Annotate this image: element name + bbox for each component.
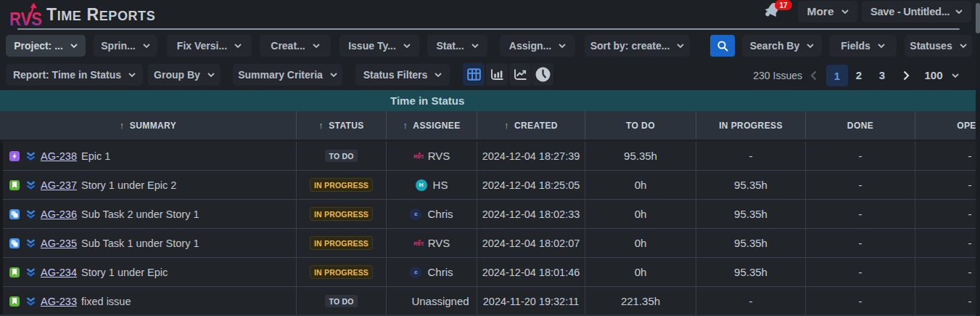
svg-text:RVS: RVS <box>9 8 42 28</box>
